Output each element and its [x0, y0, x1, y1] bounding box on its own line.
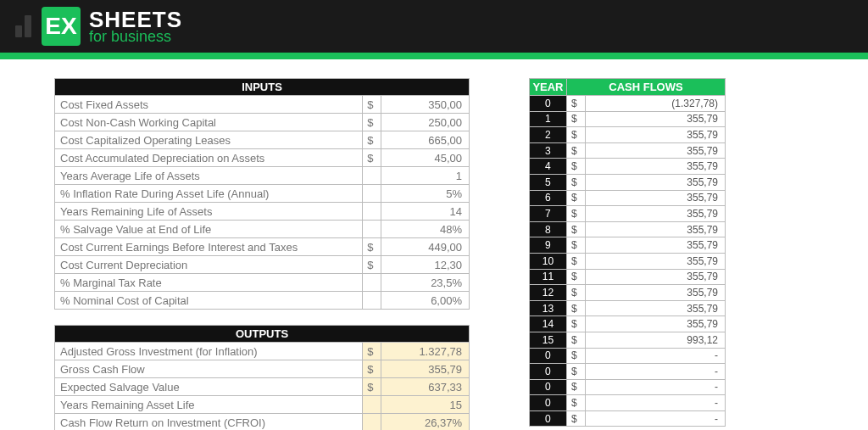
cf-amount[interactable]: (1.327,78) — [585, 96, 725, 112]
cf-currency[interactable]: $ — [566, 332, 585, 348]
cf-amount[interactable]: - — [585, 348, 725, 364]
output-label[interactable]: Years Remaining Asset Life — [55, 396, 363, 414]
cf-currency[interactable]: $ — [566, 269, 585, 285]
output-currency[interactable]: $ — [363, 343, 381, 360]
cf-year[interactable]: 11 — [530, 269, 567, 285]
input-label[interactable]: % Marginal Tax Rate — [55, 274, 363, 292]
cf-year[interactable]: 9 — [530, 237, 567, 254]
cf-amount[interactable]: 993,12 — [585, 332, 725, 348]
input-label[interactable]: Years Average Life of Assets — [55, 167, 363, 185]
cf-year[interactable]: 10 — [530, 253, 567, 269]
cf-year[interactable]: 12 — [530, 285, 567, 301]
input-currency[interactable] — [363, 167, 381, 185]
cf-year[interactable]: 0 — [530, 364, 567, 380]
input-currency[interactable] — [363, 221, 381, 238]
cf-amount[interactable]: 355,79 — [585, 174, 725, 190]
input-currency[interactable] — [363, 203, 381, 221]
input-currency[interactable]: $ — [363, 149, 381, 167]
cf-currency[interactable]: $ — [566, 379, 585, 395]
cf-amount[interactable]: - — [585, 379, 725, 395]
input-label[interactable]: Cost Capitalized Operating Leases — [55, 131, 363, 149]
cf-currency[interactable]: $ — [566, 348, 585, 364]
cf-year[interactable]: 6 — [530, 190, 567, 206]
cf-amount[interactable]: 355,79 — [585, 142, 725, 159]
output-value[interactable]: 355,79 — [381, 360, 470, 378]
input-currency[interactable]: $ — [363, 96, 381, 114]
input-label[interactable]: Cost Fixed Assets — [55, 96, 363, 114]
input-value[interactable]: 6,00% — [381, 292, 470, 310]
input-label[interactable]: Cost Non-Cash Working Capital — [55, 114, 363, 131]
cf-currency[interactable]: $ — [566, 127, 585, 143]
cf-year[interactable]: 5 — [530, 174, 567, 190]
cf-currency[interactable]: $ — [566, 300, 585, 316]
cf-year[interactable]: 0 — [530, 379, 567, 395]
cf-amount[interactable]: 355,79 — [585, 269, 725, 285]
input-value[interactable]: 45,00 — [381, 149, 470, 167]
cf-year[interactable]: 2 — [530, 127, 567, 143]
cf-currency[interactable]: $ — [566, 174, 585, 190]
cf-amount[interactable]: 355,79 — [585, 111, 725, 127]
input-value[interactable]: 1 — [381, 167, 470, 185]
cf-year[interactable]: 0 — [530, 395, 567, 411]
cf-amount[interactable]: 355,79 — [585, 253, 725, 269]
input-value[interactable]: 665,00 — [381, 131, 470, 149]
output-label[interactable]: Cash Flow Return on Investment (CFROI) — [55, 414, 363, 431]
cf-amount[interactable]: 355,79 — [585, 190, 725, 206]
input-value[interactable]: 23,5% — [381, 274, 470, 292]
cf-amount[interactable]: 355,79 — [585, 237, 725, 254]
cf-currency[interactable]: $ — [566, 159, 585, 175]
input-value[interactable]: 449,00 — [381, 238, 470, 256]
output-currency[interactable]: $ — [363, 378, 381, 396]
input-value[interactable]: 350,00 — [381, 96, 470, 114]
cf-currency[interactable]: $ — [566, 316, 585, 332]
input-currency[interactable]: $ — [363, 114, 381, 131]
input-currency[interactable]: $ — [363, 238, 381, 256]
input-currency[interactable] — [363, 274, 381, 292]
cf-currency[interactable]: $ — [566, 221, 585, 237]
cf-amount[interactable]: 355,79 — [585, 316, 725, 332]
input-currency[interactable]: $ — [363, 131, 381, 149]
output-label[interactable]: Gross Cash Flow — [55, 360, 363, 378]
cf-amount[interactable]: - — [585, 410, 725, 427]
output-currency[interactable] — [363, 414, 381, 431]
cf-currency[interactable]: $ — [566, 206, 585, 222]
cf-currency[interactable]: $ — [566, 395, 585, 411]
output-currency[interactable] — [363, 396, 381, 414]
input-value[interactable]: 48% — [381, 221, 470, 238]
input-currency[interactable] — [363, 292, 381, 310]
cf-amount[interactable]: 355,79 — [585, 221, 725, 237]
cf-amount[interactable]: - — [585, 395, 725, 411]
input-label[interactable]: % Salvage Value at End of Life — [55, 221, 363, 238]
input-label[interactable]: Cost Current Earnings Before Interest an… — [55, 238, 363, 256]
output-value[interactable]: 15 — [381, 396, 470, 414]
input-currency[interactable] — [363, 185, 381, 203]
cf-year[interactable]: 4 — [530, 159, 567, 175]
cf-year[interactable]: 0 — [530, 96, 567, 112]
output-value[interactable]: 26,37% — [381, 414, 470, 431]
cf-currency[interactable]: $ — [566, 190, 585, 206]
cf-currency[interactable]: $ — [566, 237, 585, 254]
input-value[interactable]: 14 — [381, 203, 470, 221]
cf-currency[interactable]: $ — [566, 410, 585, 427]
cf-amount[interactable]: 355,79 — [585, 300, 725, 316]
cf-year[interactable]: 0 — [530, 410, 567, 427]
cf-currency[interactable]: $ — [566, 253, 585, 269]
cf-currency[interactable]: $ — [566, 285, 585, 301]
cf-currency[interactable]: $ — [566, 111, 585, 127]
cf-year[interactable]: 7 — [530, 206, 567, 222]
cf-amount[interactable]: 355,79 — [585, 206, 725, 222]
input-value[interactable]: 250,00 — [381, 114, 470, 131]
cf-amount[interactable]: 355,79 — [585, 285, 725, 301]
cf-year[interactable]: 0 — [530, 348, 567, 364]
cf-year[interactable]: 3 — [530, 142, 567, 159]
input-label[interactable]: Cost Current Depreciation — [55, 256, 363, 274]
cf-year[interactable]: 8 — [530, 221, 567, 237]
output-currency[interactable]: $ — [363, 360, 381, 378]
cf-year[interactable]: 1 — [530, 111, 567, 127]
output-value[interactable]: 1.327,78 — [381, 343, 470, 360]
cf-amount[interactable]: - — [585, 364, 725, 380]
input-label[interactable]: Cost Accumulated Depreciation on Assets — [55, 149, 363, 167]
cf-currency[interactable]: $ — [566, 96, 585, 112]
cf-year[interactable]: 13 — [530, 300, 567, 316]
cf-currency[interactable]: $ — [566, 364, 585, 380]
